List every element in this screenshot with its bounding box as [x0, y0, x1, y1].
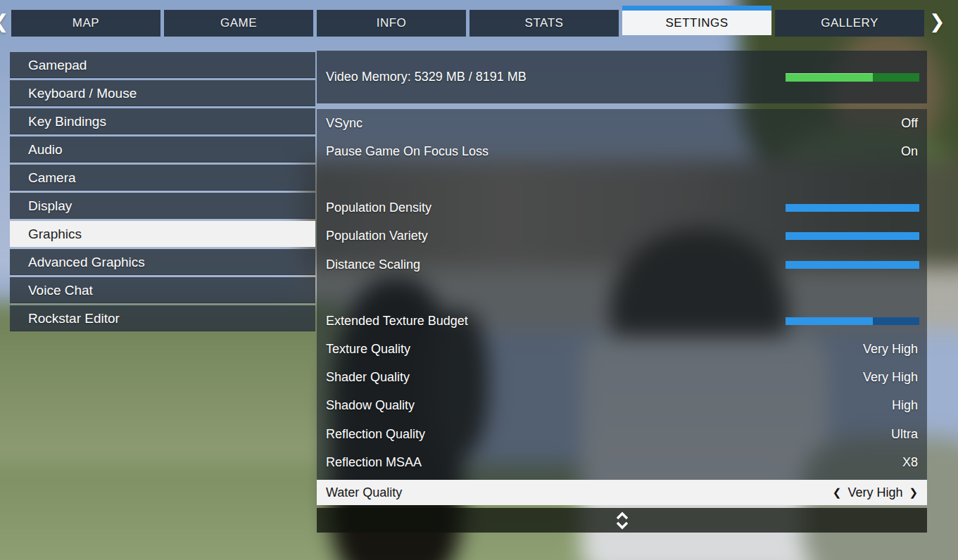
setting-label: VSync	[317, 116, 363, 131]
setting-row-population-density[interactable]: Population Density	[317, 194, 927, 222]
setting-row-population-variety[interactable]: Population Variety	[317, 222, 927, 250]
slider-fill	[786, 261, 919, 269]
video-memory-fill	[786, 73, 873, 82]
sidebar-item-audio[interactable]: Audio	[10, 136, 315, 163]
tab-map[interactable]: MAP	[11, 10, 160, 37]
setting-row-vsync[interactable]: VSyncOff	[317, 109, 927, 137]
setting-slider[interactable]	[786, 317, 919, 325]
setting-row-water-quality[interactable]: Water Quality ❮ Very High ❯	[317, 480, 927, 505]
setting-value: Ultra	[891, 427, 927, 442]
row-spacer	[317, 279, 927, 307]
setting-label: Shadow Quality	[317, 398, 415, 413]
slider-fill	[786, 232, 919, 240]
setting-value: Very High	[863, 342, 927, 357]
setting-row-shader-quality[interactable]: Shader QualityVery High	[317, 364, 927, 392]
tab-stats[interactable]: STATS	[469, 10, 619, 37]
sidebar-item-display[interactable]: Display	[10, 193, 315, 219]
scroll-indicator-bar[interactable]	[317, 508, 927, 533]
tab-bar: MAPGAMEINFOSTATSSETTINGSGALLERY	[11, 0, 924, 37]
sidebar-item-graphics[interactable]: Graphics	[10, 221, 315, 247]
slider-fill	[786, 204, 919, 212]
sidebar-item-key-bindings[interactable]: Key Bindings	[10, 108, 315, 134]
sidebar-item-rockstar-editor[interactable]: Rockstar Editor	[10, 305, 315, 331]
video-memory-label: Video Memory: 5329 MB / 8191 MB	[317, 70, 527, 84]
sidebar-item-voice-chat[interactable]: Voice Chat	[10, 277, 315, 303]
setting-row-pause-game-on-focus-loss[interactable]: Pause Game On Focus LossOn	[317, 137, 927, 165]
tab-gallery[interactable]: GALLERY	[775, 10, 924, 37]
setting-row-texture-quality[interactable]: Texture QualityVery High	[317, 336, 927, 364]
setting-label: Water Quality	[317, 485, 402, 500]
sidebar-item-gamepad[interactable]: Gamepad	[10, 52, 315, 78]
setting-row-reflection-msaa[interactable]: Reflection MSAAX8	[317, 448, 927, 476]
chevron-left-icon[interactable]: ❮	[833, 486, 842, 499]
tab-info[interactable]: INFO	[317, 10, 466, 37]
setting-row-extended-texture-budget[interactable]: Extended Texture Budget	[317, 307, 927, 335]
setting-label: Population Density	[317, 201, 431, 215]
setting-row-shadow-quality[interactable]: Shadow QualityHigh	[317, 392, 927, 420]
setting-value-selector: ❮ Very High ❯	[833, 485, 927, 500]
setting-value: On	[901, 144, 927, 159]
setting-slider[interactable]	[786, 204, 919, 212]
row-spacer	[317, 165, 927, 193]
tabs-prev-icon[interactable]: ❮	[0, 11, 9, 32]
setting-label: Population Variety	[317, 229, 428, 243]
setting-value: Very High	[863, 370, 927, 385]
setting-label: Reflection MSAA	[317, 455, 422, 470]
setting-value: High	[892, 398, 927, 413]
tab-game[interactable]: GAME	[164, 10, 313, 37]
sidebar-item-keyboard-mouse[interactable]: Keyboard / Mouse	[10, 80, 315, 106]
settings-panel: VSyncOffPause Game On Focus LossOnPopula…	[317, 109, 927, 505]
video-memory-bar	[786, 73, 919, 82]
slider-fill	[786, 317, 873, 325]
setting-row-distance-scaling[interactable]: Distance Scaling	[317, 250, 927, 279]
setting-value: X8	[902, 455, 927, 470]
setting-slider[interactable]	[786, 232, 919, 240]
setting-label: Distance Scaling	[317, 257, 420, 272]
setting-row-reflection-quality[interactable]: Reflection QualityUltra	[317, 420, 927, 448]
setting-label: Texture Quality	[317, 342, 410, 357]
selected-value: Very High	[847, 485, 902, 500]
tabs-next-icon[interactable]: ❯	[929, 11, 945, 32]
setting-label: Pause Game On Focus Loss	[317, 144, 489, 159]
sidebar-item-camera[interactable]: Camera	[10, 165, 315, 191]
video-memory-box: Video Memory: 5329 MB / 8191 MB	[317, 51, 927, 103]
setting-value: Off	[901, 116, 927, 131]
setting-label: Extended Texture Budget	[317, 314, 468, 329]
chevron-right-icon[interactable]: ❯	[909, 486, 918, 499]
tab-bar-container: ❮ MAPGAMEINFOSTATSSETTINGSGALLERY ❯	[0, 0, 958, 44]
setting-label: Shader Quality	[317, 370, 410, 385]
sidebar-item-advanced-graphics[interactable]: Advanced Graphics	[10, 249, 315, 275]
settings-sidebar: GamepadKeyboard / MouseKey BindingsAudio…	[10, 52, 315, 333]
tab-settings[interactable]: SETTINGS	[622, 6, 771, 35]
setting-label: Reflection Quality	[317, 427, 425, 442]
setting-slider[interactable]	[786, 261, 919, 269]
scroll-up-down-icon	[614, 511, 630, 530]
